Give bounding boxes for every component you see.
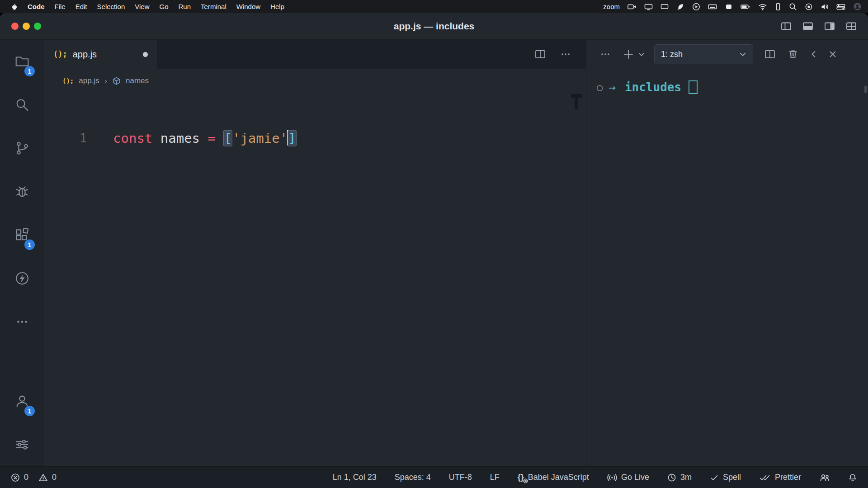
clock-icon [667, 473, 676, 482]
terminal-content[interactable]: ○ → includes [586, 69, 868, 466]
menu-edit[interactable]: Edit [71, 3, 92, 10]
menu-help[interactable]: Help [265, 3, 289, 10]
close-window-button[interactable] [11, 23, 19, 30]
cursor-position[interactable]: Ln 1, Col 23 [333, 473, 377, 482]
timer-item[interactable]: 3m [667, 473, 692, 482]
error-icon [11, 473, 20, 482]
activity-bar-bottom: 1 [0, 380, 44, 466]
activity-more[interactable] [0, 300, 44, 343]
menu-run[interactable]: Run [174, 3, 196, 10]
toggle-sidebar-icon[interactable] [780, 21, 792, 32]
line-number: 1 [44, 129, 87, 147]
activity-source-control[interactable] [0, 127, 44, 170]
encoding[interactable]: UTF-8 [449, 473, 472, 482]
notifications-bell-icon[interactable] [848, 473, 857, 482]
customize-layout-icon[interactable] [845, 21, 857, 32]
leaf-icon[interactable] [676, 3, 684, 11]
spell-checker[interactable]: Spell [710, 473, 741, 482]
errors-item[interactable]: 0 [11, 473, 28, 482]
activity-settings[interactable] [0, 423, 44, 466]
toggle-secondary-sidebar-icon[interactable] [824, 21, 835, 32]
tab-label: app.js [73, 49, 97, 60]
activity-search[interactable] [0, 83, 44, 127]
terminal-scrollbar[interactable] [864, 86, 867, 93]
new-terminal-dropdown-icon[interactable] [638, 51, 645, 58]
menu-file[interactable]: File [50, 3, 71, 10]
menu-app-name[interactable]: Code [23, 3, 50, 10]
screen-record-icon[interactable] [805, 3, 813, 11]
menu-window[interactable]: Window [231, 3, 265, 10]
menu-terminal[interactable]: Terminal [196, 3, 231, 10]
terminal-command: includes [625, 80, 681, 94]
status-bar: 0 0 Ln 1, Col 23 Spaces: 4 UTF-8 LF {} B… [0, 466, 868, 488]
terminal-shell-select[interactable]: 1: zsh [654, 44, 753, 64]
terminal-more-actions-icon[interactable] [600, 49, 611, 60]
kill-terminal-icon[interactable] [788, 49, 798, 60]
wifi-icon[interactable] [758, 3, 767, 11]
code-editor[interactable]: 1 const names = ['jamie'] [44, 93, 586, 466]
warnings-item[interactable]: 0 [38, 473, 57, 482]
minimize-window-button[interactable] [23, 23, 30, 30]
breadcrumb-symbol[interactable]: names [126, 76, 149, 85]
extensions-badge: 1 [24, 239, 35, 250]
activity-extensions[interactable]: 1 [0, 213, 44, 257]
editor-more-actions-icon[interactable] [560, 49, 571, 60]
eol-sequence[interactable]: LF [490, 473, 500, 482]
statusbar-right: Ln 1, Col 23 Spaces: 4 UTF-8 LF {} Babel… [333, 473, 857, 482]
tab-app-js[interactable]: (); app.js [44, 40, 157, 69]
split-terminal-icon[interactable] [764, 49, 776, 60]
user-circle-icon[interactable] [853, 2, 862, 11]
display-mirror-icon[interactable] [644, 3, 653, 11]
close-panel-icon[interactable] [828, 50, 837, 59]
activity-thunder-client[interactable] [0, 257, 44, 300]
battery-icon[interactable] [741, 3, 750, 11]
search-icon[interactable] [789, 3, 797, 11]
apple-menu-icon[interactable] [6, 3, 23, 10]
activity-explorer[interactable]: 1 [0, 40, 44, 83]
breadcrumb-file[interactable]: app.js [79, 76, 99, 85]
editor-tabbar: (); app.js [44, 40, 586, 69]
panel-chevron-left-icon[interactable] [809, 50, 818, 59]
tv-icon[interactable] [660, 3, 669, 11]
menu-selection[interactable]: Selection [92, 3, 130, 10]
token-keyword: const [113, 131, 160, 146]
javascript-file-icon: (); [62, 77, 74, 84]
window-titlebar[interactable]: app.js — includes [0, 13, 868, 40]
new-terminal-icon[interactable] [623, 48, 634, 60]
language-label: Babel JavaScript [528, 473, 589, 482]
broadcast-icon [607, 473, 617, 482]
video-camera-icon[interactable] [627, 3, 637, 11]
symbol-cube-icon [112, 77, 121, 85]
zoom-window-button[interactable] [34, 23, 41, 30]
mobile-phone-icon[interactable] [775, 3, 781, 11]
token-operator: = [208, 131, 224, 146]
menu-go[interactable]: Go [155, 3, 174, 10]
prettier-formatter[interactable]: Prettier [759, 473, 801, 482]
keyboard-icon[interactable] [708, 3, 717, 11]
activity-run-debug[interactable] [0, 170, 44, 213]
menu-view[interactable]: View [130, 3, 154, 10]
zoom-menu-label[interactable]: zoom [603, 3, 620, 10]
minimap[interactable] [571, 94, 582, 109]
modified-dot-icon[interactable] [143, 52, 148, 57]
volume-icon[interactable] [821, 3, 829, 11]
braces-icon: {} [518, 473, 524, 482]
problems-status[interactable]: 0 0 [11, 473, 57, 482]
window-title: app.js — includes [0, 21, 868, 32]
toggle-panel-icon[interactable] [802, 21, 814, 32]
play-circle-icon[interactable] [692, 3, 700, 11]
split-editor-icon[interactable] [534, 49, 546, 60]
sliders-icon [14, 436, 31, 453]
prompt-circle: ○ [597, 82, 603, 93]
accounts-people-icon[interactable] [819, 473, 830, 482]
activity-accounts[interactable]: 1 [0, 380, 44, 423]
token-close-bracket: ] [288, 130, 296, 146]
language-mode[interactable]: {} Babel JavaScript [518, 473, 589, 482]
git-branch-icon [14, 140, 31, 157]
javascript-file-icon: (); [53, 50, 67, 59]
control-center-icon[interactable] [836, 3, 845, 11]
stage-manager-icon[interactable] [725, 3, 733, 11]
menubar-status-area: zoom [603, 2, 862, 11]
go-live-button[interactable]: Go Live [607, 473, 649, 482]
indentation[interactable]: Spaces: 4 [395, 473, 431, 482]
